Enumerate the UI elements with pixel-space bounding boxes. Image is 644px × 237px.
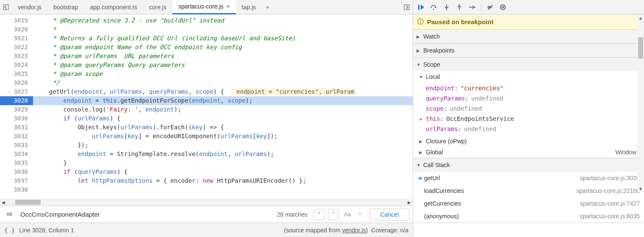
search-mode-icon[interactable]: AB	[3, 212, 15, 217]
expand-icon: ▶	[420, 117, 425, 121]
debugger-toolbar	[413, 0, 644, 14]
step-out-icon[interactable]	[455, 3, 464, 12]
search-cancel-button[interactable]: Cancel	[369, 209, 409, 220]
hscroll-thumb[interactable]	[15, 200, 41, 205]
tab-label: vendor.js	[18, 4, 42, 11]
tab-scroll-left-button[interactable]	[0, 0, 12, 14]
source-map-link[interactable]: vendor.js	[342, 227, 366, 234]
svg-point-5	[446, 9, 447, 10]
search-next-button[interactable]: ˅	[328, 209, 339, 220]
tab-tap-js[interactable]: tap.js	[236, 0, 262, 14]
scope-local-label: Local	[426, 73, 440, 80]
scroll-left-icon[interactable]: ◀	[0, 200, 7, 205]
search-bar: AB 28 matches ˄ ˅ Aa .* Cancel	[0, 206, 413, 223]
source-map-info: (source mapped from vendor.js) Coverage:…	[284, 227, 408, 234]
info-icon: ⓘ	[417, 18, 424, 26]
scope-variable[interactable]: scope: undefined	[413, 103, 644, 114]
scope-header[interactable]: ▼Scope	[413, 58, 644, 71]
callstack-frame[interactable]: ➔getUrlspartacus-core.js:3028	[413, 172, 644, 184]
step-into-icon[interactable]	[442, 3, 451, 12]
svg-point-7	[459, 4, 460, 5]
search-match-count: 28 matches	[277, 211, 307, 218]
current-frame-icon: ➔	[417, 175, 424, 181]
svg-point-9	[475, 6, 475, 7]
expand-icon: ▶	[416, 48, 422, 53]
search-regex-toggle[interactable]: .*	[356, 211, 363, 217]
editor-tabbar: vendor.jsbootstrapapp.component.tscore.j…	[0, 0, 413, 14]
code-area[interactable]: * @Deprecated since 3.2 - use "buildUrl"…	[33, 14, 413, 199]
collapse-icon: ▼	[416, 163, 422, 167]
tab-core-js[interactable]: core.js	[143, 0, 172, 14]
watch-label: Watch	[423, 33, 440, 40]
scope-global-label: Global	[426, 149, 443, 156]
pretty-print-icon[interactable]: { }	[4, 227, 15, 234]
scroll-down-icon[interactable]: ▼	[637, 185, 644, 192]
tab-bootstrap[interactable]: bootstrap	[47, 0, 84, 14]
breakpoints-label: Breakpoints	[423, 47, 455, 54]
expand-icon: ▶	[419, 150, 424, 155]
breakpoints-section[interactable]: ▶Breakpoints	[413, 44, 644, 58]
scroll-right-icon[interactable]: ▶	[406, 200, 413, 205]
step-icon[interactable]	[467, 3, 477, 12]
editor-vertical-scrollbar[interactable]: ▲ ▼	[637, 14, 644, 192]
callstack-frame[interactable]: loadCurrenciesspartacus-core.js:22106	[413, 184, 644, 197]
scope-closure-label: Closure (oPwp)	[426, 138, 466, 145]
editor-status-bar: { } Line 3028, Column 1 (source mapped f…	[0, 223, 413, 237]
step-over-icon[interactable]	[429, 3, 439, 12]
paused-banner: ⓘ Paused on breakpoint	[413, 14, 644, 30]
svg-rect-12	[502, 6, 502, 8]
scope-variable[interactable]: endpoint: "currencies"	[413, 83, 644, 93]
expand-icon: ▶	[416, 34, 422, 39]
search-prev-button[interactable]: ˄	[314, 209, 325, 220]
scope-variable[interactable]: urlParams: undefined	[413, 124, 644, 134]
svg-rect-0	[3, 5, 8, 10]
tab-spartacus-core-js[interactable]: spartacus-core.js✕	[172, 0, 236, 14]
svg-rect-13	[503, 6, 504, 8]
tab-scroll-right-button[interactable]	[401, 0, 413, 14]
search-input[interactable]	[19, 209, 273, 220]
watch-section[interactable]: ▶Watch	[413, 30, 644, 44]
editor-horizontal-scrollbar[interactable]: ◀ ▶	[0, 199, 413, 206]
line-number-gutter: 3019302030213022302330243025302630273028…	[0, 14, 33, 199]
tab-label: spartacus-core.js	[178, 3, 224, 10]
scope-closure-header[interactable]: ▶Closure (oPwp)	[413, 136, 644, 147]
resume-icon[interactable]	[416, 3, 426, 12]
svg-rect-1	[404, 5, 409, 10]
deactivate-breakpoints-icon[interactable]	[486, 3, 495, 12]
coverage-info: Coverage: n/a	[371, 227, 408, 234]
pause-on-exceptions-icon[interactable]	[498, 3, 508, 12]
search-case-toggle[interactable]: Aa	[342, 211, 353, 217]
scope-local-header[interactable]: ▼Local	[413, 71, 644, 82]
scope-label: Scope	[423, 61, 440, 68]
paused-banner-text: Paused on breakpoint	[427, 18, 494, 25]
cursor-position: Line 3028, Column 1	[19, 227, 74, 234]
svg-rect-2	[418, 5, 419, 10]
tab-label: tap.js	[242, 4, 256, 11]
scope-variable[interactable]: ▶this: OccEndpointsService	[413, 114, 644, 124]
callstack-header[interactable]: ▼Call Stack	[413, 158, 644, 172]
scope-section: ▼Scope ▼Local endpoint: "currencies"quer…	[413, 58, 644, 158]
scope-local-body: endpoint: "currencies"queryParams: undef…	[413, 82, 644, 136]
callstack-section: ▼Call Stack ➔getUrlspartacus-core.js:302…	[413, 158, 644, 223]
expand-icon: ▶	[419, 139, 424, 144]
collapse-icon: ▼	[416, 62, 422, 67]
tab-label: core.js	[149, 4, 167, 11]
close-icon[interactable]: ✕	[226, 4, 230, 9]
more-tabs-button[interactable]: »	[262, 4, 401, 10]
code-editor[interactable]: 3019302030213022302330243025302630273028…	[0, 14, 413, 199]
tab-vendor-js[interactable]: vendor.js	[12, 0, 47, 14]
scroll-up-icon[interactable]: ▲	[637, 14, 644, 21]
tab-label: app.component.ts	[90, 4, 137, 11]
scope-variable[interactable]: queryParams: undefined	[413, 93, 644, 103]
scope-global-header[interactable]: ▶GlobalWindow	[413, 147, 644, 158]
callstack-frame[interactable]: (anonymous)spartacus-core.js:8035	[413, 210, 644, 223]
svg-point-3	[433, 8, 434, 9]
tab-label: bootstrap	[53, 4, 78, 11]
scroll-thumb[interactable]	[638, 37, 643, 59]
callstack-frame[interactable]: getCurrenciesspartacus-core.js:7427	[413, 197, 644, 210]
callstack-label: Call Stack	[423, 162, 450, 168]
tab-app-component-ts[interactable]: app.component.ts	[84, 0, 143, 14]
collapse-icon: ▼	[419, 75, 424, 79]
svg-point-11	[500, 5, 505, 10]
